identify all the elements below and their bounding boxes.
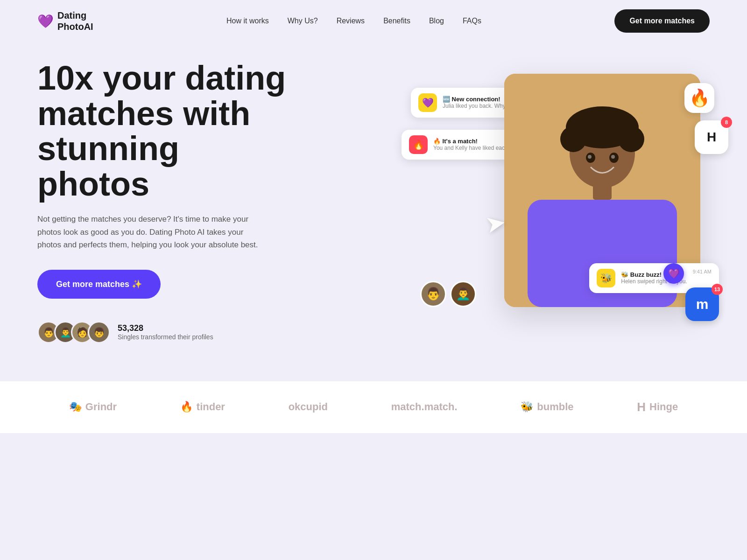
hinge-icon: H [637, 400, 646, 414]
grindr-icon: 🎭 [69, 401, 82, 413]
logo-icon: 💜 [37, 14, 54, 29]
svg-point-12 [588, 155, 592, 159]
nav-reviews[interactable]: Reviews [337, 17, 365, 25]
proof-count: 53,328 [118, 323, 213, 333]
mini-avatar-2: 👨‍🦱 [450, 281, 476, 307]
bumble-icon: 🐝 [521, 401, 533, 413]
proof-text: 53,328 Singles transformed their profile… [118, 323, 213, 341]
proof-label: Singles transformed their profiles [118, 333, 213, 341]
mini-avatar-1: 👨 [420, 281, 446, 307]
nav-how-it-works[interactable]: How it works [226, 17, 269, 25]
notif-icon-1: 💜 [418, 93, 437, 112]
tinder-icon: 🔥 [180, 401, 193, 413]
svg-point-6 [614, 120, 633, 139]
logo-text: Dating PhotoAI [57, 10, 93, 32]
brand-matchmatch: match.match. [391, 401, 458, 413]
match-app-icon: m 13 [685, 287, 719, 321]
hero-title: 10x your dating matches with stunning ph… [37, 61, 299, 202]
navbar: 💜 Dating PhotoAI How it works Why Us? Re… [0, 0, 747, 42]
nav-benefits[interactable]: Benefits [383, 17, 410, 25]
nav-why-us[interactable]: Why Us? [288, 17, 318, 25]
brand-bumble: 🐝 bumble [521, 401, 573, 413]
brand-hinge: H Hinge [637, 400, 678, 414]
avatar-group: 👨 👨‍🦱 🧑 👦 [37, 321, 110, 343]
notif-body-2: You and Kelly have liked each... [433, 145, 513, 151]
mini-avatar-group: 👨 👨‍🦱 [420, 281, 476, 307]
nav-links: How it works Why Us? Reviews Benefits Bl… [226, 17, 481, 25]
svg-rect-7 [593, 181, 612, 200]
notif-time-3: 9:41 AM [693, 269, 712, 274]
match-heart-icon: 💜 [663, 263, 684, 284]
hero-cta-button[interactable]: Get more matches ✨ [37, 270, 161, 299]
fire-floating-icon: 🔥 [684, 83, 714, 113]
logo: 💜 Dating PhotoAI [37, 10, 93, 32]
notif-title-2: 🔥 It's a match! [433, 138, 513, 145]
hinge-floating-icon: H 8 [695, 120, 728, 154]
hero-left: 10x your dating matches with stunning ph… [37, 61, 299, 343]
svg-point-5 [570, 120, 588, 139]
hero-section: 10x your dating matches with stunning ph… [0, 42, 747, 381]
brand-tinder: 🔥 tinder [180, 401, 225, 413]
notif-icon-3: 🐝 [597, 269, 615, 287]
nav-blog[interactable]: Blog [429, 17, 444, 25]
hero-illustration: 💜 🆕 New connection! Julia liked you back… [430, 74, 710, 330]
brand-grindr: 🎭 Grindr [69, 401, 117, 413]
hero-subtitle: Not getting the matches you deserve? It'… [37, 213, 261, 251]
notif-icon-2: 🔥 [409, 135, 428, 154]
nav-cta-button[interactable]: Get more matches [614, 9, 710, 33]
brand-okcupid: okcupid [289, 401, 328, 413]
logos-bar: 🎭 Grindr 🔥 tinder okcupid match.match. 🐝… [0, 381, 747, 433]
nav-faqs[interactable]: FAQs [463, 17, 481, 25]
hinge-badge: 8 [721, 117, 732, 128]
social-proof: 👨 👨‍🦱 🧑 👦 53,328 Singles transformed the… [37, 321, 299, 343]
svg-point-13 [611, 155, 615, 159]
avatar: 👦 [88, 321, 110, 343]
match-badge: 13 [712, 284, 723, 295]
notif-content-2: 🔥 It's a match! You and Kelly have liked… [433, 138, 513, 151]
